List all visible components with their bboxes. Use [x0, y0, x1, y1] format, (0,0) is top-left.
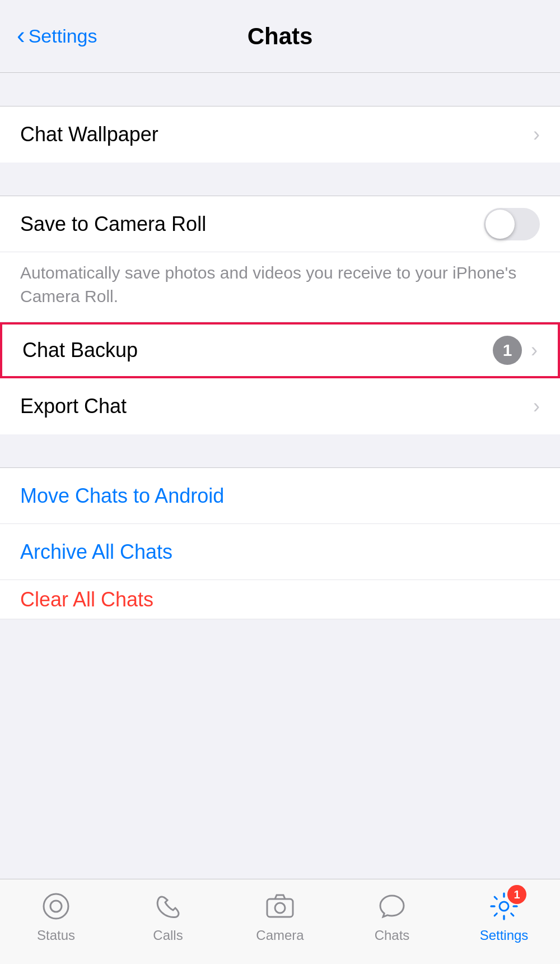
chats-icon [375, 889, 409, 923]
svg-point-4 [500, 902, 508, 911]
chevron-right-icon: › [533, 395, 540, 418]
section-gap-2 [0, 163, 560, 196]
settings-badge: 1 [507, 885, 526, 904]
back-label: Settings [29, 25, 97, 47]
toggle-knob [486, 210, 515, 239]
tab-settings[interactable]: 1 Settings [465, 889, 543, 943]
section-gap-3 [0, 434, 560, 468]
camera-icon [263, 889, 297, 923]
svg-point-1 [50, 901, 62, 912]
tab-status[interactable]: Status [17, 889, 95, 943]
chat-backup-right: 1 › [493, 336, 538, 365]
tab-chats-label: Chats [375, 928, 410, 943]
page-title: Chats [248, 23, 313, 50]
move-chats-android-label: Move Chats to Android [20, 484, 224, 508]
clear-all-chats-label: Clear All Chats [20, 588, 153, 611]
section-backup: Chat Backup 1 › Export Chat › [0, 322, 560, 434]
section-camera-roll: Save to Camera Roll Automatically save p… [0, 196, 560, 322]
tab-status-label: Status [37, 928, 75, 943]
camera-roll-description: Automatically save photos and videos you… [0, 252, 560, 322]
section-actions: Move Chats to Android Archive All Chats … [0, 468, 560, 619]
save-camera-roll-label: Save to Camera Roll [20, 212, 206, 236]
save-camera-roll-toggle[interactable] [484, 208, 540, 240]
chevron-right-icon: › [531, 339, 538, 362]
tab-calls-label: Calls [153, 928, 183, 943]
archive-all-chats-label: Archive All Chats [20, 540, 172, 564]
clear-all-chats-row[interactable]: Clear All Chats [0, 580, 560, 619]
calls-icon [151, 889, 185, 923]
export-chat-label: Export Chat [20, 395, 127, 418]
export-chat-row[interactable]: Export Chat › [0, 378, 560, 434]
section-gap-1 [0, 73, 560, 106]
save-camera-roll-row[interactable]: Save to Camera Roll [0, 196, 560, 252]
chat-backup-label: Chat Backup [22, 339, 138, 362]
chat-backup-row[interactable]: Chat Backup 1 › [0, 322, 560, 378]
chevron-right-icon: › [533, 123, 540, 146]
tab-chats[interactable]: Chats [353, 889, 431, 943]
tab-settings-label: Settings [480, 928, 529, 943]
tab-camera[interactable]: Camera [241, 889, 319, 943]
archive-all-chats-row[interactable]: Archive All Chats [0, 524, 560, 580]
section-wallpaper: Chat Wallpaper › [0, 106, 560, 163]
svg-point-3 [275, 903, 285, 913]
back-button[interactable]: ‹ Settings [17, 25, 97, 48]
settings-icon: 1 [487, 889, 521, 923]
svg-rect-2 [267, 899, 293, 917]
tab-calls[interactable]: Calls [129, 889, 207, 943]
chevron-left-icon: ‹ [17, 23, 25, 48]
svg-point-0 [44, 894, 68, 919]
chat-backup-badge: 1 [493, 336, 522, 365]
header: ‹ Settings Chats [0, 0, 560, 73]
tab-bar: Status Calls Camera Chats [0, 879, 560, 964]
chat-wallpaper-row[interactable]: Chat Wallpaper › [0, 106, 560, 163]
chat-wallpaper-label: Chat Wallpaper [20, 123, 158, 146]
status-icon [39, 889, 73, 923]
move-chats-android-row[interactable]: Move Chats to Android [0, 468, 560, 524]
tab-camera-label: Camera [256, 928, 304, 943]
